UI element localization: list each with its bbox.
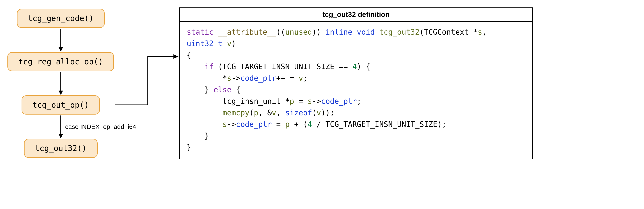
flow-node-tcg-out-op: tcg_out_op() bbox=[22, 96, 100, 114]
arrow-down-icon bbox=[55, 28, 66, 52]
svg-marker-3 bbox=[58, 90, 63, 95]
code-token: = bbox=[272, 120, 285, 128]
code-definition-panel: tcg_out32 definition static __attribute_… bbox=[180, 8, 533, 159]
arrow-down-1 bbox=[8, 28, 114, 52]
arrow-down-icon bbox=[55, 71, 66, 96]
code-token: code_ptr bbox=[240, 74, 276, 82]
code-token: tcg_out32 bbox=[379, 28, 420, 36]
code-token: } bbox=[204, 132, 209, 140]
code-token: = bbox=[294, 97, 308, 106]
code-token: 4 bbox=[352, 62, 357, 71]
code-token: } bbox=[187, 143, 191, 152]
code-token: ; bbox=[303, 74, 308, 82]
code-token: p bbox=[254, 108, 258, 117]
code-token: s bbox=[222, 120, 227, 128]
code-token: void bbox=[357, 28, 374, 36]
flow-node-tcg-gen-code: tcg_gen_code() bbox=[17, 9, 105, 28]
code-token: (TCGContext * bbox=[420, 28, 478, 36]
code-token: / TCG_TARGET_INSN_UNIT_SIZE); bbox=[312, 120, 446, 128]
code-token: v bbox=[227, 39, 232, 48]
code-token: , bbox=[482, 28, 487, 36]
code-token: uint32_t bbox=[187, 39, 222, 48]
code-token: ) { bbox=[357, 62, 370, 71]
svg-marker-1 bbox=[58, 47, 63, 52]
code-token: ) bbox=[232, 39, 236, 48]
code-token: , & bbox=[258, 108, 272, 117]
code-token: p bbox=[290, 97, 294, 106]
code-token: code_ptr bbox=[236, 120, 272, 128]
code-token: ( bbox=[312, 108, 316, 117]
code-token: * bbox=[222, 74, 227, 82]
code-token: { bbox=[187, 51, 191, 59]
arrow-label-case: case INDEX_op_add_i64 bbox=[65, 123, 136, 130]
arrow-down-3: case INDEX_op_add_i64 bbox=[8, 114, 114, 139]
svg-marker-6 bbox=[174, 54, 178, 59]
flow-node-label: tcg_out32() bbox=[35, 144, 87, 153]
code-token: ++ = bbox=[276, 74, 298, 82]
code-token: )); bbox=[321, 108, 334, 117]
code-token: { bbox=[232, 85, 240, 94]
code-token: -> bbox=[232, 74, 240, 82]
code-token: __attribute__ bbox=[218, 28, 276, 36]
code-token: static bbox=[187, 28, 214, 36]
code-token: v bbox=[272, 108, 276, 117]
code-token: inline bbox=[326, 28, 352, 36]
code-token: v bbox=[298, 74, 303, 82]
arrow-down-icon bbox=[55, 114, 66, 139]
flow-node-label: tcg_reg_alloc_op() bbox=[18, 57, 103, 66]
code-token: ; bbox=[357, 97, 361, 106]
code-token: else bbox=[214, 85, 232, 94]
flow-node-tcg-reg-alloc-op: tcg_reg_alloc_op() bbox=[8, 52, 114, 71]
arrow-right-icon bbox=[114, 49, 180, 108]
code-token: s bbox=[478, 28, 482, 36]
arrow-down-2 bbox=[8, 71, 114, 96]
code-token: + ( bbox=[290, 120, 308, 128]
code-token: 4 bbox=[308, 120, 312, 128]
code-token: memcpy bbox=[222, 108, 250, 117]
code-token: ( bbox=[249, 108, 254, 117]
code-token: sizeof bbox=[285, 108, 312, 117]
flow-node-label: tcg_out_op() bbox=[32, 100, 89, 110]
code-token: -> bbox=[227, 120, 236, 128]
code-panel-title: tcg_out32 definition bbox=[180, 8, 532, 22]
code-token: (( bbox=[276, 28, 285, 36]
code-token: tcg_insn_unit * bbox=[222, 97, 290, 106]
call-flow-column: tcg_gen_code() tcg_reg_alloc_op() tcg_ou… bbox=[8, 9, 118, 158]
code-token: v bbox=[316, 108, 321, 117]
code-token: unused bbox=[285, 28, 312, 36]
code-token: , bbox=[276, 108, 285, 117]
code-token: s bbox=[308, 97, 312, 106]
code-panel-body: static __attribute__((unused)) inline vo… bbox=[180, 22, 532, 158]
code-token: -> bbox=[312, 97, 321, 106]
code-token: p bbox=[285, 120, 290, 128]
svg-marker-5 bbox=[58, 134, 63, 138]
code-token: } bbox=[204, 85, 214, 94]
code-token: if bbox=[204, 62, 214, 71]
code-token: s bbox=[227, 74, 232, 82]
code-token: )) bbox=[312, 28, 321, 36]
code-token: (TCG_TARGET_INSN_UNIT_SIZE == bbox=[214, 62, 352, 71]
flow-node-tcg-out32: tcg_out32() bbox=[24, 139, 98, 158]
flow-node-label: tcg_gen_code() bbox=[28, 14, 94, 23]
code-token: code_ptr bbox=[321, 97, 357, 106]
